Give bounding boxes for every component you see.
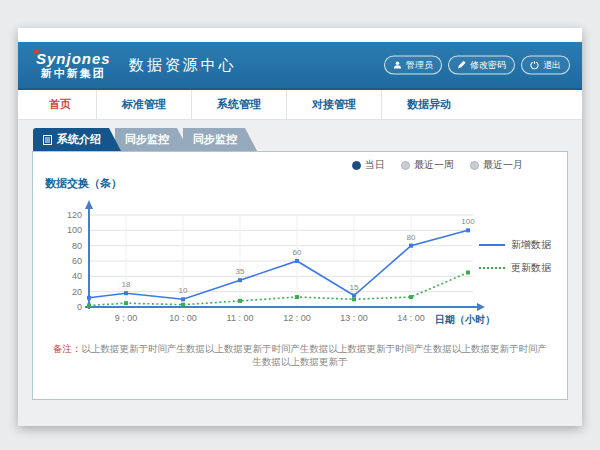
data-point xyxy=(238,299,242,303)
logo-spark-icon xyxy=(34,49,39,54)
data-point xyxy=(124,301,128,305)
change-password-button[interactable]: 修改密码 xyxy=(448,56,515,75)
page-title: 数据资源中心 xyxy=(129,56,237,75)
radio-label: 最近一月 xyxy=(483,158,523,172)
y-axis-arrow-icon xyxy=(85,200,93,209)
y-tick-label: 100 xyxy=(67,225,82,235)
data-point xyxy=(238,278,242,282)
radio-icon xyxy=(401,161,410,170)
tab-label: 同步监控 xyxy=(125,132,169,147)
data-point xyxy=(87,296,91,300)
data-point xyxy=(409,244,413,248)
legend-item[interactable]: 更新数据 xyxy=(479,261,551,275)
data-point xyxy=(466,271,470,275)
data-point-label: 60 xyxy=(293,248,302,257)
user-btn-label: 管理员 xyxy=(406,59,433,72)
data-point-label: 15 xyxy=(350,283,359,292)
tab[interactable]: 同步监控 xyxy=(183,128,257,151)
data-point xyxy=(87,303,91,307)
y-tick-label: 20 xyxy=(72,287,82,297)
x-axis-arrow-icon xyxy=(477,303,485,311)
chart-panel: 当日最近一周最近一月 数据交换（条） 0204060801001209 : 00… xyxy=(32,151,568,400)
app-header: Synjones 新中新集团 数据资源中心 管理员修改密码退出 xyxy=(18,42,582,90)
user-btn-label: 退出 xyxy=(543,59,561,72)
logout-button[interactable]: 退出 xyxy=(521,56,570,75)
app-window: Synjones 新中新集团 数据资源中心 管理员修改密码退出 首页标准管理系统… xyxy=(18,28,582,426)
data-point xyxy=(181,303,185,307)
data-point xyxy=(295,259,299,263)
radio-label: 最近一周 xyxy=(414,158,454,172)
tab[interactable]: 系统介绍 xyxy=(33,128,121,151)
data-point xyxy=(352,297,356,301)
legend-label: 更新数据 xyxy=(511,261,551,275)
footnote-text: 以上数据更新于时间产生数据以上数据更新于时间产生数据以上数据更新于时间产生数据以… xyxy=(82,343,548,367)
tab-label: 系统介绍 xyxy=(57,132,101,147)
x-tick-label: 14 : 00 xyxy=(397,313,425,323)
x-tick-label: 10 : 00 xyxy=(169,313,197,323)
logo-name: Synjones xyxy=(36,51,111,68)
tab-label: 同步监控 xyxy=(193,132,237,147)
radio-icon xyxy=(352,161,361,170)
x-tick-label: 11 : 00 xyxy=(227,313,254,323)
x-tick-label: 9 : 00 xyxy=(115,313,138,323)
nav-item[interactable]: 数据异动 xyxy=(381,90,476,119)
nav-item[interactable]: 对接管理 xyxy=(286,90,381,119)
legend-item[interactable]: 新增数据 xyxy=(479,238,551,252)
data-point-label: 80 xyxy=(407,233,416,242)
data-point xyxy=(352,294,356,298)
data-point xyxy=(181,297,185,301)
document-icon xyxy=(43,135,52,145)
admin-button[interactable]: 管理员 xyxy=(384,56,442,75)
user-actions: 管理员修改密码退出 xyxy=(384,56,570,75)
x-tick-label: 13 : 00 xyxy=(340,313,368,323)
data-point-label: 10 xyxy=(179,286,188,295)
user-btn-label: 修改密码 xyxy=(470,59,506,72)
nav-item[interactable]: 标准管理 xyxy=(96,90,191,119)
content-area: 系统介绍同步监控同步监控 当日最近一周最近一月 数据交换（条） 02040608… xyxy=(18,120,582,426)
data-point-label: 35 xyxy=(236,267,245,276)
tab-bar: 系统介绍同步监控同步监控 xyxy=(33,128,568,151)
legend-line-sample xyxy=(479,267,505,269)
legend-line-sample xyxy=(479,244,505,246)
x-tick-label: 12 : 00 xyxy=(283,313,311,323)
time-range-option[interactable]: 当日 xyxy=(352,158,385,172)
data-point xyxy=(409,295,413,299)
time-range-filter: 当日最近一周最近一月 xyxy=(352,158,523,172)
user-icon xyxy=(393,61,402,70)
main-nav: 首页标准管理系统管理对接管理数据异动 xyxy=(18,90,582,120)
x-axis-title: 日期（小时） xyxy=(435,314,495,325)
tab[interactable]: 同步监控 xyxy=(115,128,189,151)
desktop-background: Synjones 新中新集团 数据资源中心 管理员修改密码退出 首页标准管理系统… xyxy=(0,0,600,450)
power-icon xyxy=(530,61,539,70)
data-point-label: 100 xyxy=(461,217,475,226)
y-axis-title: 数据交换（条） xyxy=(45,176,122,191)
data-point xyxy=(124,291,128,295)
y-tick-label: 80 xyxy=(72,241,82,251)
company-logo: Synjones 新中新集团 xyxy=(36,51,111,80)
y-tick-label: 120 xyxy=(67,210,82,220)
nav-item[interactable]: 首页 xyxy=(24,90,96,119)
edit-icon xyxy=(457,61,466,70)
legend-label: 新增数据 xyxy=(511,238,551,252)
footnote-prefix: 备注： xyxy=(53,343,82,354)
nav-item[interactable]: 系统管理 xyxy=(191,90,286,119)
time-range-option[interactable]: 最近一月 xyxy=(470,158,523,172)
logo-company-name: 新中新集团 xyxy=(36,67,111,79)
radio-label: 当日 xyxy=(365,158,385,172)
window-top-strip xyxy=(18,28,582,42)
footnote: 备注：以上数据更新于时间产生数据以上数据更新于时间产生数据以上数据更新于时间产生… xyxy=(33,343,567,369)
data-point-label: 18 xyxy=(122,280,131,289)
data-point xyxy=(295,295,299,299)
y-tick-label: 60 xyxy=(72,256,82,266)
time-range-option[interactable]: 最近一周 xyxy=(401,158,454,172)
radio-icon xyxy=(470,161,479,170)
y-tick-label: 40 xyxy=(72,271,82,281)
chart-legend: 新增数据更新数据 xyxy=(479,238,551,275)
y-tick-label: 0 xyxy=(77,302,82,312)
data-point xyxy=(466,228,470,232)
